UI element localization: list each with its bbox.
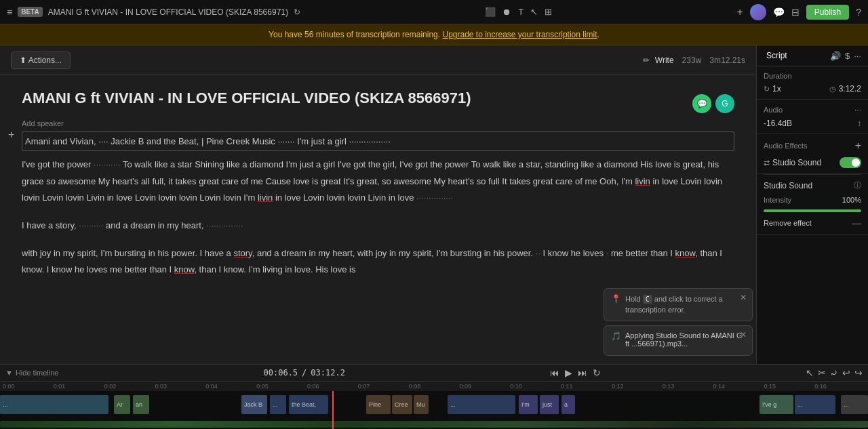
notif-1-close[interactable]: ✕: [740, 293, 747, 302]
audio-effects-label: Audio Effects: [764, 142, 808, 150]
upgrade-link[interactable]: Upgrade to increase your transcription l…: [442, 30, 597, 39]
mark-12: 0:12: [612, 383, 663, 390]
banner-text: You have 56 minutes of transcription rem…: [269, 30, 440, 39]
redo-tool[interactable]: ↪: [854, 367, 863, 378]
panel-tabs: Script 🔊 $ ···: [757, 45, 868, 66]
para4-text: with joy in my spirit, I'm bursting in h…: [22, 248, 722, 275]
remove-minus-icon[interactable]: —: [852, 218, 861, 228]
refresh-icon[interactable]: ↻: [294, 7, 300, 17]
cursor-tool[interactable]: ↖: [806, 367, 814, 378]
intensity-row: Intensity 100%: [764, 196, 861, 204]
add-speaker-plus[interactable]: +: [8, 129, 14, 141]
mark-9: 0:09: [459, 383, 510, 390]
banner: You have 56 minutes of transcription rem…: [0, 24, 868, 45]
toggle-knob: [852, 159, 860, 167]
ruler-marks: 0:00 0:01 0:02 0:03 0:04 0:05 0:06 0:07 …: [0, 383, 868, 390]
effect-icons: ⇄ Studio Sound: [764, 158, 821, 167]
timeline-track[interactable]: ... Ar an Jack B ... the Beat, Pine Cree…: [0, 391, 868, 418]
editor-right-tools: ✏ Write 233w 3m12.21s: [643, 56, 745, 65]
help-icon[interactable]: ?: [856, 7, 861, 18]
main-text-2: I have a story, ·········· and a dream i…: [22, 218, 734, 234]
write-button[interactable]: ✏ Write: [643, 56, 673, 65]
notif-2-close[interactable]: ✕: [740, 330, 747, 340]
script-tab[interactable]: Script: [764, 49, 790, 62]
mark-6: 0:06: [307, 383, 358, 390]
waveform-bar: [0, 421, 868, 428]
chat-button-2[interactable]: G: [715, 94, 734, 113]
comment-icon[interactable]: 💬: [773, 7, 785, 18]
doc-title-row: AMANI G ft VIVIAN - IN LOVE OFFICIAL VID…: [22, 89, 734, 119]
mark-4: 0:04: [205, 383, 256, 390]
ss-header: Studio Sound ⓘ: [764, 180, 861, 190]
segment-10: I'm: [519, 395, 538, 414]
para3-text: I have a story, ·········· and a dream i…: [22, 220, 243, 230]
skip-forward-button[interactable]: ⏭: [578, 367, 587, 378]
loop-button[interactable]: ↻: [593, 367, 601, 378]
hide-timeline-button[interactable]: ▼ Hide timeline: [5, 369, 58, 377]
volume-icon[interactable]: 🔊: [830, 51, 841, 61]
audio-effects-section: Audio Effects + ⇄ Studio Sound: [757, 134, 868, 174]
layout-icon[interactable]: ⊟: [791, 7, 800, 18]
intensity-bar[interactable]: [764, 209, 861, 212]
dollar-icon[interactable]: $: [845, 51, 850, 61]
hide-timeline-icon: ▼: [5, 369, 13, 377]
time-count: 3m12.21s: [709, 56, 745, 65]
skip-back-button[interactable]: ⏮: [550, 367, 559, 378]
publish-button[interactable]: Publish: [806, 5, 849, 20]
chat-button-1[interactable]: 💬: [692, 94, 711, 113]
top-bar: ≡ BETA AMANI G ft VIVIAN - IN LOVE OFFIC…: [0, 0, 868, 24]
swap-icon[interactable]: ⇄: [764, 159, 770, 167]
pin-icon: 📍: [611, 294, 621, 304]
actions-button[interactable]: ⬆ Actions...: [11, 52, 71, 69]
record-icon[interactable]: ⏺: [502, 7, 511, 17]
timeline-ruler: 0:00 0:01 0:02 0:03 0:04 0:05 0:06 0:07 …: [0, 382, 868, 391]
notif-card-2: ✕ 🎵 Applying Studio Sound to AMANI G ft …: [604, 325, 753, 356]
cut-tool[interactable]: ✂: [818, 367, 826, 378]
banner-suffix: .: [597, 30, 599, 39]
studio-sound-row: ⇄ Studio Sound: [764, 157, 861, 168]
ss-title: Studio Sound: [764, 181, 812, 190]
key-c: C: [643, 295, 652, 304]
timeline-section: ▼ Hide timeline 00:06.5 / 03:12.2 ⏮ ▶ ⏭ …: [0, 364, 868, 428]
notif-1-text: Hold C and click to correct a transcript…: [625, 294, 745, 315]
notif-1-content: 📍 Hold C and click to correct a transcri…: [611, 294, 745, 315]
segment-11: just: [540, 395, 559, 414]
segment-2: an: [133, 395, 149, 414]
undo-tool[interactable]: ↩: [842, 367, 850, 378]
more-icon[interactable]: ···: [854, 51, 861, 61]
grid-icon[interactable]: ⊞: [545, 7, 552, 17]
para2-text: I've got the power ··········· To walk l…: [22, 159, 722, 203]
playhead: [332, 391, 334, 418]
screenshot-icon[interactable]: ⬛: [485, 7, 496, 17]
word-count: 233w: [682, 56, 702, 65]
segment-15: ...: [841, 395, 868, 414]
duration-section: Duration ↻ 1x ◷ 3:12.2: [757, 66, 868, 100]
studio-sound-toggle[interactable]: [840, 157, 861, 168]
audio-header: Audio ···: [764, 105, 861, 115]
studio-sound-expanded: Studio Sound ⓘ Intensity 100% Remove eff…: [757, 175, 868, 234]
speed-value[interactable]: 1x: [772, 84, 781, 94]
waveform-track: [0, 418, 868, 429]
menu-icon[interactable]: ≡: [7, 7, 12, 18]
sound-icon: 🎵: [611, 331, 621, 341]
audio-more-icon[interactable]: ···: [854, 105, 861, 115]
cursor-icon[interactable]: ↖: [530, 7, 538, 17]
add-icon[interactable]: +: [737, 6, 743, 18]
notif-title: Applying Studio Sound to AMANI G ft ...5…: [625, 331, 745, 348]
add-effect-button[interactable]: +: [855, 140, 861, 152]
play-button[interactable]: ▶: [565, 367, 572, 378]
top-bar-right: + 💬 ⊟ Publish ?: [737, 4, 862, 20]
audio-label: Audio: [764, 106, 783, 114]
mark-16: 0:16: [814, 383, 865, 390]
segment-8: Mu: [414, 395, 429, 414]
mark-11: 0:11: [561, 383, 612, 390]
info-icon[interactable]: ⓘ: [854, 180, 861, 190]
avatar: [750, 4, 766, 20]
loop-select-tool[interactable]: ⤾: [830, 367, 838, 378]
beta-badge: BETA: [18, 7, 42, 17]
timeline-controls: ▼ Hide timeline 00:06.5 / 03:12.2 ⏮ ▶ ⏭ …: [0, 365, 868, 382]
text-icon[interactable]: T: [518, 7, 524, 17]
add-speaker-label[interactable]: Add speaker: [22, 119, 734, 127]
audio-adjust-icon[interactable]: ↕: [857, 119, 861, 128]
remove-effect-button[interactable]: Remove effect: [764, 219, 812, 227]
